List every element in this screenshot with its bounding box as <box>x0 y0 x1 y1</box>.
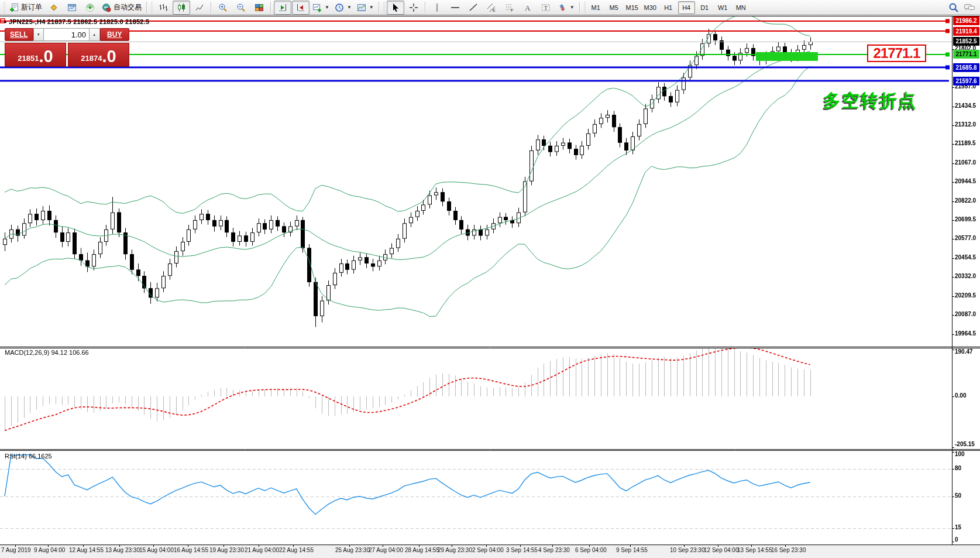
date-axis-label: 28 Aug 14:55 <box>405 547 439 553</box>
timeframe-button-m15[interactable]: M15 <box>624 1 641 14</box>
crosshair-button[interactable] <box>405 1 422 15</box>
collapse-panel-arrow[interactable]: ▲ <box>3 19 8 24</box>
date-axis-label: 27 Aug 04:00 <box>369 547 403 553</box>
tile-windows-button[interactable] <box>250 1 268 15</box>
annotation-text[interactable]: 多空转折点 <box>823 89 917 113</box>
text-label-button[interactable]: T <box>537 1 555 15</box>
sell-button[interactable]: SELL <box>5 28 33 41</box>
bar-chart-icon <box>159 3 168 12</box>
price-axis-tick: 20454.5 <box>955 254 980 261</box>
buy-price-decimal: .0 <box>102 48 116 65</box>
indicators-icon <box>312 3 322 12</box>
date-axis-label: 9 Sep 14:55 <box>616 547 648 553</box>
equidistant-channel-icon: E <box>487 3 496 12</box>
chart-canvas[interactable] <box>0 0 980 558</box>
timeframe-button-m30[interactable]: M30 <box>642 1 659 14</box>
price-callout-box[interactable]: 21771.1 <box>867 44 926 62</box>
new-order-icon <box>9 3 19 12</box>
new-order-label: 新订单 <box>21 2 42 12</box>
zoom-out-button[interactable] <box>232 1 250 15</box>
autotrading-button[interactable]: 自动交易 <box>99 1 144 15</box>
horizontal-line-button[interactable] <box>446 1 464 15</box>
chart-title: JPN225-,H4 21837.5 21862.5 21825.0 21852… <box>9 18 149 25</box>
signals-icon <box>85 3 95 12</box>
price-axis-tick: 20209.5 <box>955 292 980 299</box>
tile-windows-icon <box>255 3 264 12</box>
trendline-button[interactable] <box>465 1 482 15</box>
macd-axis-tick: -205.15 <box>955 441 980 447</box>
timeframe-button-h4[interactable]: H4 <box>678 1 695 14</box>
timeframe-button-w1[interactable]: W1 <box>714 1 731 14</box>
price-axis-label: 21685.8 <box>953 63 979 72</box>
date-axis-label: 9 Aug 04:00 <box>34 547 65 553</box>
macd-axis-tick: 0.00 <box>955 392 980 399</box>
bar-chart-button[interactable] <box>154 1 172 15</box>
autotrading-label: 自动交易 <box>114 2 142 12</box>
rsi-axis-tick: 50 <box>955 492 980 499</box>
date-axis-label: 7 Aug 2019 <box>1 547 31 553</box>
price-axis-tick: 20577.0 <box>955 235 980 241</box>
rsi-axis-tick: 0 <box>955 536 980 543</box>
timeframe-button-d1[interactable]: D1 <box>696 1 713 14</box>
volume-decrease-button[interactable]: ▼ <box>33 28 44 41</box>
vertical-line-icon <box>432 3 442 12</box>
cursor-icon <box>391 3 400 12</box>
timeframe-button-mn[interactable]: MN <box>733 1 749 14</box>
indicators-button[interactable]: ▼ <box>310 1 332 15</box>
date-axis-label: 19 Aug 23:30 <box>209 547 244 553</box>
equidistant-channel-button[interactable]: E <box>483 1 500 15</box>
market-watch-button[interactable] <box>63 1 81 15</box>
zoom-in-button[interactable] <box>214 1 232 15</box>
zoom-out-icon <box>236 3 246 12</box>
price-axis-tick: 21067.0 <box>955 159 980 166</box>
date-axis-label: 12 Aug 14:55 <box>69 547 104 553</box>
chart-shift-button[interactable] <box>292 1 310 15</box>
cursor-button[interactable] <box>387 1 404 15</box>
autotrading-icon <box>102 3 111 12</box>
arrows-button[interactable]: ▼ <box>555 1 577 15</box>
volume-increase-button[interactable]: ▲ <box>89 28 99 41</box>
toolbar-right-group <box>948 2 978 13</box>
price-axis-tick: 21434.5 <box>955 102 980 109</box>
date-axis-label: 16 Sep 23:30 <box>771 547 806 553</box>
buy-button[interactable]: BUY <box>100 28 129 41</box>
sell-price-button[interactable]: 21851.0 <box>5 43 66 67</box>
buy-price-button[interactable]: 21874.0 <box>68 43 129 67</box>
search-icon[interactable] <box>948 2 959 13</box>
line-chart-button[interactable] <box>191 1 208 15</box>
toolbar-separator <box>211 2 212 13</box>
price-axis-tick: 20699.5 <box>955 216 980 222</box>
new-order-button[interactable]: 新订单 <box>7 1 44 15</box>
auto-scroll-button[interactable] <box>274 1 291 15</box>
rsi-axis-tick: 15 <box>955 524 980 530</box>
timeframe-button-h1[interactable]: H1 <box>660 1 677 14</box>
periods-button[interactable]: ▼ <box>332 1 354 15</box>
templates-button[interactable]: ▼ <box>355 1 376 15</box>
price-axis-label: 21919.4 <box>953 27 979 36</box>
timeframe-button-m5[interactable]: M5 <box>606 1 623 14</box>
timeframe-button-m1[interactable]: M1 <box>587 1 604 14</box>
rsi-label: RSI(14) 66.1625 <box>5 453 52 460</box>
mt4-trading-window: 新订单 自动交易 <box>0 0 980 558</box>
main-toolbar: 新订单 自动交易 <box>0 0 980 15</box>
toolbar-grip <box>4 2 5 13</box>
fibonacci-button[interactable]: F <box>501 1 518 15</box>
candlestick-chart-button[interactable] <box>173 1 190 15</box>
chat-icon[interactable] <box>964 3 975 12</box>
date-axis-label: 2 Sep 04:00 <box>472 547 504 553</box>
signals-button[interactable] <box>81 1 99 15</box>
rsi-axis-tick: 80 <box>955 465 980 471</box>
text-button[interactable]: A <box>519 1 537 15</box>
vertical-line-button[interactable] <box>428 1 446 15</box>
volume-input[interactable] <box>44 28 89 41</box>
timeframe-group: M1M5M15M30H1H4D1W1MN <box>587 1 749 14</box>
text-label-icon: T <box>541 3 551 12</box>
svg-text:A: A <box>525 4 531 12</box>
date-axis-label: 6 Sep 04:00 <box>575 547 607 553</box>
price-axis-tick: 20087.0 <box>955 311 980 317</box>
toolbar-separator <box>146 2 147 13</box>
toolbar-separator <box>270 2 271 13</box>
metaeditor-button[interactable] <box>45 1 63 15</box>
indicators-caret-icon: ▼ <box>325 5 329 10</box>
one-click-trading-panel: SELL ▼ ▲ BUY 21851.0 21874.0 <box>5 28 129 67</box>
